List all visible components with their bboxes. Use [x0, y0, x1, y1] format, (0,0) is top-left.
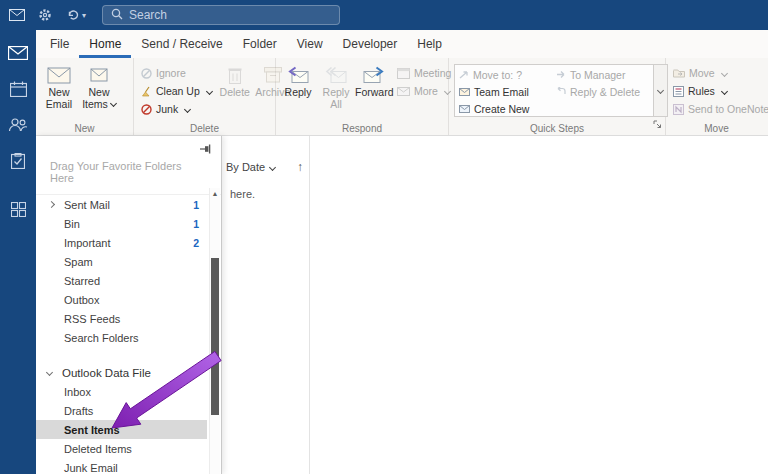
reply-button[interactable]: Reply — [279, 60, 317, 121]
folder-label: Outbox — [64, 294, 99, 306]
folder-row-spam[interactable]: Spam — [36, 252, 207, 271]
ribbon-group-delete: Ignore Clean Up Junk Delete Archive Dele… — [134, 58, 276, 135]
calendar-nav-icon[interactable] — [5, 76, 31, 102]
quick-step-create-new[interactable]: Create New — [457, 100, 554, 117]
delete-button[interactable]: Delete — [216, 60, 254, 121]
search-box[interactable] — [102, 5, 340, 25]
undo-dropdown-chevron-icon[interactable]: ▾ — [82, 11, 86, 20]
folder-label: Sent Mail — [64, 199, 110, 211]
move-button[interactable]: Move — [669, 64, 768, 82]
tasks-nav-icon[interactable] — [5, 148, 31, 174]
search-icon — [111, 6, 123, 24]
settings-gear-icon[interactable] — [34, 4, 56, 26]
unread-count: 1 — [193, 199, 199, 211]
titlebar: ▾ — [0, 0, 768, 30]
sort-by-date-button[interactable]: By Date — [226, 161, 265, 173]
tab-view[interactable]: View — [287, 30, 333, 58]
tab-file[interactable]: File — [40, 30, 79, 58]
scrollbar-thumb[interactable] — [211, 258, 219, 415]
quick-step-to-manager[interactable]: To Manager — [554, 66, 651, 83]
unread-count: 1 — [193, 218, 199, 230]
ribbon-tab-row: File Home Send / Receive Folder View Dev… — [36, 30, 768, 58]
folder-row-drafts[interactable]: Drafts — [36, 401, 207, 420]
folder-pane: Drag Your Favorite Folders Here Sent Mai… — [36, 136, 222, 474]
folder-label: Inbox — [64, 386, 91, 398]
more-respond-button[interactable]: More — [393, 82, 455, 100]
group-label-move: Move — [666, 123, 767, 134]
folder-row-junk-email[interactable]: Junk Email — [36, 458, 207, 474]
group-label-quick-steps: Quick Steps — [449, 123, 665, 134]
folder-row-sent-items[interactable]: Sent Items — [36, 420, 207, 439]
tab-developer[interactable]: Developer — [333, 30, 408, 58]
ribbon-group-new: New Email New Items New — [36, 58, 134, 135]
new-email-button[interactable]: New Email — [39, 60, 79, 121]
undo-icon[interactable] — [62, 4, 84, 26]
tab-folder[interactable]: Folder — [233, 30, 287, 58]
folder-pane-scrollbar[interactable]: ▲ — [209, 188, 220, 474]
folder-row-rss-feeds[interactable]: RSS Feeds — [36, 309, 207, 328]
message-list: By Date ↑ here. — [222, 136, 310, 474]
favorites-hint: Drag Your Favorite Folders Here — [36, 154, 221, 195]
rules-button[interactable]: Rules — [669, 82, 768, 100]
folder-label: Sent Items — [64, 424, 120, 436]
folder-row-important[interactable]: Important 2 — [36, 233, 207, 252]
folder-row-bin[interactable]: Bin 1 — [36, 214, 207, 233]
folder-row-starred[interactable]: Starred — [36, 271, 207, 290]
chevron-down-icon — [657, 87, 664, 94]
tab-send-receive[interactable]: Send / Receive — [131, 30, 232, 58]
folder-label: Spam — [64, 256, 93, 268]
people-nav-icon[interactable] — [5, 112, 31, 138]
folder-label: RSS Feeds — [64, 313, 120, 325]
group-label-new: New — [36, 123, 133, 134]
new-email-icon — [47, 64, 71, 86]
chevron-down-icon — [721, 69, 728, 76]
scroll-up-icon[interactable]: ▲ — [210, 188, 220, 200]
mail-nav-icon[interactable] — [5, 40, 31, 66]
folder-label: Search Folders — [64, 332, 139, 344]
folder-row-sent-mail[interactable]: Sent Mail 1 — [36, 195, 207, 214]
reply-all-button[interactable]: Reply All — [317, 60, 355, 121]
folder-row-account-root[interactable]: Outlook Data File — [36, 363, 207, 382]
sort-ascending-icon[interactable]: ↑ — [297, 160, 303, 174]
ignore-button[interactable]: Ignore — [137, 64, 216, 82]
quick-step-reply-delete[interactable]: Reply & Delete — [554, 83, 651, 100]
junk-button[interactable]: Junk — [137, 100, 216, 118]
group-label-respond: Respond — [276, 123, 448, 134]
chevron-down-icon — [184, 105, 191, 112]
group-label-delete: Delete — [134, 123, 275, 134]
pin-folder-pane-icon[interactable] — [199, 140, 213, 158]
folder-row-inbox[interactable]: Inbox — [36, 382, 207, 401]
new-items-button[interactable]: New Items — [79, 60, 119, 121]
tab-help[interactable]: Help — [407, 30, 452, 58]
folder-label: Drafts — [64, 405, 93, 417]
reply-icon — [287, 64, 309, 86]
folder-label: Starred — [64, 275, 100, 287]
chevron-down-icon — [110, 100, 117, 107]
folder-row-outbox[interactable]: Outbox — [36, 290, 207, 309]
ribbon-group-respond: Reply Reply All Forward Meeting More Res… — [276, 58, 449, 135]
ribbon: New Email New Items New Ignore Clean Up … — [36, 58, 768, 136]
outlook-logo-icon — [6, 4, 28, 26]
unread-count: 2 — [193, 237, 199, 249]
folder-row-search-folders[interactable]: Search Folders — [36, 328, 207, 347]
ribbon-group-quick-steps: Move to: ? Team Email Create New To Mana… — [449, 58, 666, 135]
chevron-down-icon[interactable] — [269, 163, 276, 170]
forward-button[interactable]: Forward — [355, 60, 393, 121]
clean-up-button[interactable]: Clean Up — [137, 82, 216, 100]
ribbon-group-move: Move Rules Send to OneNote Move — [666, 58, 767, 135]
expand-chevron-icon[interactable] — [48, 201, 55, 208]
meeting-button[interactable]: Meeting — [393, 64, 455, 82]
send-to-onenote-button[interactable]: Send to OneNote — [669, 100, 768, 118]
forward-icon — [363, 64, 385, 86]
chevron-down-icon — [721, 87, 728, 94]
quick-step-move-to[interactable]: Move to: ? — [457, 66, 554, 83]
collapse-chevron-icon[interactable] — [46, 369, 53, 376]
tab-home[interactable]: Home — [79, 30, 131, 58]
quick-steps-gallery: Move to: ? Team Email Create New To Mana… — [454, 64, 654, 117]
folder-row-deleted-items[interactable]: Deleted Items — [36, 439, 207, 458]
search-input[interactable] — [129, 8, 331, 22]
reply-all-icon — [325, 64, 347, 86]
quick-step-team-email[interactable]: Team Email — [457, 83, 554, 100]
more-apps-icon[interactable] — [5, 196, 31, 222]
folder-label: Bin — [64, 218, 80, 230]
